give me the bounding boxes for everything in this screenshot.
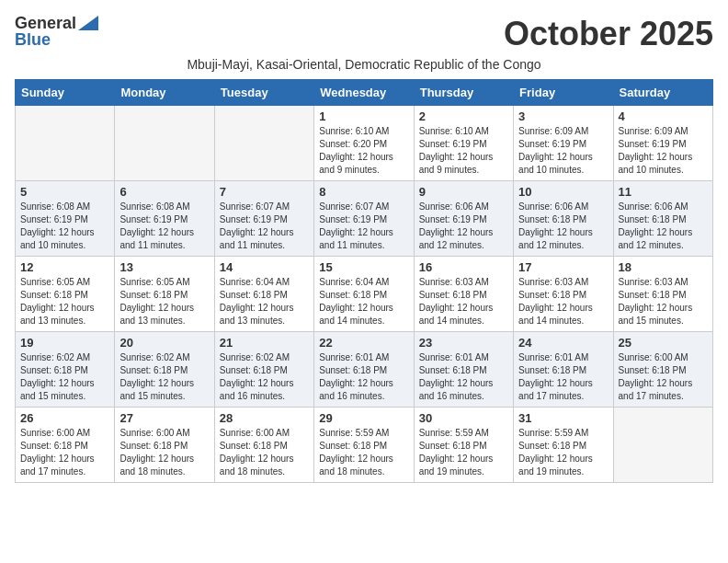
header-saturday: Saturday — [613, 80, 712, 106]
calendar-cell: 2Sunrise: 6:10 AM Sunset: 6:19 PM Daylig… — [414, 106, 513, 181]
day-number: 9 — [419, 185, 508, 199]
calendar-table: SundayMondayTuesdayWednesdayThursdayFrid… — [15, 79, 713, 483]
day-number: 7 — [220, 185, 309, 199]
logo-general-text: General — [15, 15, 76, 31]
day-info: Sunrise: 5:59 AM Sunset: 6:18 PM Dayligh… — [518, 427, 608, 478]
day-number: 16 — [419, 260, 508, 274]
logo: General Blue — [15, 15, 98, 48]
calendar-cell: 19Sunrise: 6:02 AM Sunset: 6:18 PM Dayli… — [16, 332, 115, 408]
calendar-cell: 1Sunrise: 6:10 AM Sunset: 6:20 PM Daylig… — [314, 106, 414, 181]
header-wednesday: Wednesday — [314, 80, 414, 106]
day-info: Sunrise: 6:01 AM Sunset: 6:18 PM Dayligh… — [518, 351, 608, 403]
day-info: Sunrise: 6:08 AM Sunset: 6:19 PM Dayligh… — [119, 201, 209, 252]
day-number: 23 — [419, 336, 508, 350]
day-number: 2 — [419, 109, 508, 123]
calendar-cell: 30Sunrise: 5:59 AM Sunset: 6:18 PM Dayli… — [414, 408, 513, 483]
calendar-cell: 15Sunrise: 6:04 AM Sunset: 6:18 PM Dayli… — [314, 257, 414, 332]
calendar-cell: 5Sunrise: 6:08 AM Sunset: 6:19 PM Daylig… — [16, 181, 115, 257]
calendar-cell: 12Sunrise: 6:05 AM Sunset: 6:18 PM Dayli… — [16, 257, 115, 332]
day-info: Sunrise: 6:03 AM Sunset: 6:18 PM Dayligh… — [619, 276, 708, 327]
calendar-cell: 11Sunrise: 6:06 AM Sunset: 6:18 PM Dayli… — [613, 181, 712, 257]
calendar-cell: 4Sunrise: 6:09 AM Sunset: 6:19 PM Daylig… — [613, 106, 712, 181]
month-title: October 2025 — [504, 15, 713, 53]
calendar-week-3: 12Sunrise: 6:05 AM Sunset: 6:18 PM Dayli… — [16, 257, 713, 332]
calendar-cell: 17Sunrise: 6:03 AM Sunset: 6:18 PM Dayli… — [514, 257, 613, 332]
day-info: Sunrise: 6:10 AM Sunset: 6:20 PM Dayligh… — [319, 125, 408, 177]
day-number: 13 — [119, 260, 209, 274]
calendar-cell — [115, 106, 214, 181]
day-number: 22 — [319, 336, 408, 350]
day-info: Sunrise: 6:09 AM Sunset: 6:19 PM Dayligh… — [619, 125, 708, 177]
day-number: 19 — [20, 336, 109, 350]
day-number: 26 — [20, 411, 109, 425]
day-info: Sunrise: 6:07 AM Sunset: 6:19 PM Dayligh… — [319, 201, 408, 252]
calendar-cell: 13Sunrise: 6:05 AM Sunset: 6:18 PM Dayli… — [115, 257, 214, 332]
day-number: 20 — [119, 336, 209, 350]
calendar-cell — [16, 106, 115, 181]
day-number: 28 — [220, 411, 309, 425]
day-number: 25 — [619, 336, 708, 350]
page-subtitle: Mbuji-Mayi, Kasai-Oriental, Democratic R… — [15, 57, 713, 72]
day-info: Sunrise: 6:04 AM Sunset: 6:18 PM Dayligh… — [319, 276, 408, 327]
day-number: 11 — [619, 185, 708, 199]
calendar-cell: 24Sunrise: 6:01 AM Sunset: 6:18 PM Dayli… — [514, 332, 613, 408]
calendar-cell: 3Sunrise: 6:09 AM Sunset: 6:19 PM Daylig… — [514, 106, 613, 181]
header-monday: Monday — [115, 80, 214, 106]
day-info: Sunrise: 6:01 AM Sunset: 6:18 PM Dayligh… — [319, 351, 408, 403]
day-number: 31 — [518, 411, 608, 425]
day-info: Sunrise: 6:03 AM Sunset: 6:18 PM Dayligh… — [518, 276, 608, 327]
calendar-week-2: 5Sunrise: 6:08 AM Sunset: 6:19 PM Daylig… — [16, 181, 713, 257]
calendar-cell: 10Sunrise: 6:06 AM Sunset: 6:18 PM Dayli… — [514, 181, 613, 257]
calendar-cell — [214, 106, 313, 181]
calendar-body: 1Sunrise: 6:10 AM Sunset: 6:20 PM Daylig… — [16, 106, 713, 483]
calendar-cell: 25Sunrise: 6:00 AM Sunset: 6:18 PM Dayli… — [613, 332, 712, 408]
calendar-cell: 18Sunrise: 6:03 AM Sunset: 6:18 PM Dayli… — [613, 257, 712, 332]
day-info: Sunrise: 6:05 AM Sunset: 6:18 PM Dayligh… — [20, 276, 109, 327]
day-info: Sunrise: 6:00 AM Sunset: 6:18 PM Dayligh… — [119, 427, 209, 478]
calendar-week-5: 26Sunrise: 6:00 AM Sunset: 6:18 PM Dayli… — [16, 408, 713, 483]
day-number: 24 — [518, 336, 608, 350]
logo-blue-text: Blue — [15, 31, 51, 48]
day-info: Sunrise: 6:06 AM Sunset: 6:18 PM Dayligh… — [619, 201, 708, 252]
day-info: Sunrise: 6:10 AM Sunset: 6:19 PM Dayligh… — [419, 125, 508, 177]
day-number: 30 — [419, 411, 508, 425]
day-info: Sunrise: 6:06 AM Sunset: 6:18 PM Dayligh… — [518, 201, 608, 252]
calendar-cell: 23Sunrise: 6:01 AM Sunset: 6:18 PM Dayli… — [414, 332, 513, 408]
day-number: 4 — [619, 109, 708, 123]
day-number: 6 — [119, 185, 209, 199]
day-info: Sunrise: 6:09 AM Sunset: 6:19 PM Dayligh… — [518, 125, 608, 177]
day-info: Sunrise: 6:04 AM Sunset: 6:18 PM Dayligh… — [220, 276, 309, 327]
header-thursday: Thursday — [414, 80, 513, 106]
header-friday: Friday — [514, 80, 613, 106]
day-number: 29 — [319, 411, 408, 425]
day-number: 1 — [319, 109, 408, 123]
day-info: Sunrise: 6:07 AM Sunset: 6:19 PM Dayligh… — [220, 201, 309, 252]
day-info: Sunrise: 6:05 AM Sunset: 6:18 PM Dayligh… — [119, 276, 209, 327]
calendar-cell: 8Sunrise: 6:07 AM Sunset: 6:19 PM Daylig… — [314, 181, 414, 257]
calendar-cell: 28Sunrise: 6:00 AM Sunset: 6:18 PM Dayli… — [214, 408, 313, 483]
header-sunday: Sunday — [16, 80, 115, 106]
day-info: Sunrise: 5:59 AM Sunset: 6:18 PM Dayligh… — [319, 427, 408, 478]
calendar-cell: 16Sunrise: 6:03 AM Sunset: 6:18 PM Dayli… — [414, 257, 513, 332]
calendar-cell: 31Sunrise: 5:59 AM Sunset: 6:18 PM Dayli… — [514, 408, 613, 483]
calendar-cell: 6Sunrise: 6:08 AM Sunset: 6:19 PM Daylig… — [115, 181, 214, 257]
day-number: 18 — [619, 260, 708, 274]
day-number: 27 — [119, 411, 209, 425]
svg-marker-0 — [78, 16, 98, 30]
calendar-cell: 14Sunrise: 6:04 AM Sunset: 6:18 PM Dayli… — [214, 257, 313, 332]
day-info: Sunrise: 5:59 AM Sunset: 6:18 PM Dayligh… — [419, 427, 508, 478]
calendar-cell: 7Sunrise: 6:07 AM Sunset: 6:19 PM Daylig… — [214, 181, 313, 257]
calendar-cell: 27Sunrise: 6:00 AM Sunset: 6:18 PM Dayli… — [115, 408, 214, 483]
logo-icon — [78, 16, 98, 30]
day-number: 3 — [518, 109, 608, 123]
day-info: Sunrise: 6:02 AM Sunset: 6:18 PM Dayligh… — [220, 351, 309, 403]
day-number: 8 — [319, 185, 408, 199]
day-number: 10 — [518, 185, 608, 199]
page-header: General Blue October 2025 — [15, 15, 713, 53]
day-info: Sunrise: 6:02 AM Sunset: 6:18 PM Dayligh… — [119, 351, 209, 403]
calendar-week-1: 1Sunrise: 6:10 AM Sunset: 6:20 PM Daylig… — [16, 106, 713, 181]
calendar-cell: 9Sunrise: 6:06 AM Sunset: 6:19 PM Daylig… — [414, 181, 513, 257]
calendar-cell: 22Sunrise: 6:01 AM Sunset: 6:18 PM Dayli… — [314, 332, 414, 408]
calendar-cell: 21Sunrise: 6:02 AM Sunset: 6:18 PM Dayli… — [214, 332, 313, 408]
day-info: Sunrise: 6:00 AM Sunset: 6:18 PM Dayligh… — [220, 427, 309, 478]
